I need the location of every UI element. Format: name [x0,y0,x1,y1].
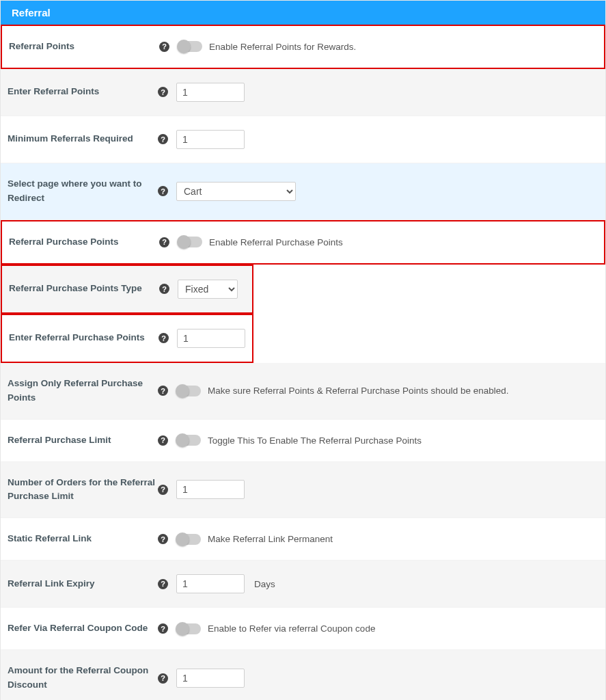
desc-ref-purchase-limit: Toggle This To Enable The Referral Purch… [208,435,422,446]
help-icon[interactable]: ? [158,186,168,196]
help-icon[interactable]: ? [158,435,168,446]
desc-refer-via-coupon: Enable to Refer via referral Coupon code [208,623,375,634]
label-referral-points: Referral Points [9,40,74,54]
row-ref-purchase-limit: Referral Purchase Limit ? Toggle This To… [1,420,605,462]
help-icon[interactable]: ? [158,534,168,544]
label-enter-referral-points: Enter Referral Points [8,85,99,99]
label-redirect-page: Select page where you want to Redirect [8,177,158,206]
label-ref-purchase-type: Referral Purchase Points Type [9,282,142,296]
row-referral-points: Referral Points ? Enable Referral Points… [1,25,605,69]
toggle-static-link[interactable] [176,534,201,545]
label-link-expiry: Referral Link Expiry [8,577,95,591]
row-static-link: Static Referral Link ? Make Referral Lin… [1,518,605,561]
label-static-link: Static Referral Link [8,532,92,546]
desc-referral-points: Enable Referral Points for Rewards. [209,42,356,52]
toggle-ref-purchase-points[interactable] [178,237,202,247]
row-enter-ref-purchase: Enter Referral Purchase Points ? [1,314,253,363]
row-refer-via-coupon: Refer Via Referral Coupon Code ? Enable … [1,608,605,650]
toggle-ref-purchase-limit[interactable] [176,435,201,446]
desc-assign-only: Make sure Referral Points & Referral Pur… [208,386,508,396]
help-icon[interactable]: ? [158,623,168,634]
help-icon[interactable]: ? [158,673,168,684]
select-redirect-page[interactable]: Cart [176,182,296,201]
label-enter-ref-purchase: Enter Referral Purchase Points [9,331,145,345]
help-icon[interactable]: ? [159,42,169,52]
row-redirect-page: Select page where you want to Redirect ?… [1,163,605,220]
row-enter-referral-points: Enter Referral Points ? [1,69,605,116]
label-ref-purchase-points: Referral Purchase Points [9,235,119,250]
input-enter-referral-points[interactable] [176,83,245,102]
toggle-refer-via-coupon[interactable] [176,623,201,634]
row-link-expiry: Referral Link Expiry ? Days [1,561,605,608]
help-icon[interactable]: ? [158,87,168,97]
label-coupon-amount: Amount for the Referral Coupon Discount [8,664,158,692]
row-coupon-amount: Amount for the Referral Coupon Discount … [1,650,605,700]
input-coupon-amount[interactable] [176,669,245,688]
desc-ref-purchase-points: Enable Referral Purchase Points [209,237,343,247]
panel-title: Referral [12,7,51,18]
row-orders-for-limit: Number of Orders for the Referral Purcha… [1,462,605,519]
unit-link-expiry: Days [254,579,275,589]
help-icon[interactable]: ? [159,333,169,343]
panel-header: Referral [1,1,605,25]
row-ref-purchase-points: Referral Purchase Points ? Enable Referr… [1,220,605,265]
label-refer-via-coupon: Refer Via Referral Coupon Code [8,621,148,636]
input-link-expiry[interactable] [176,574,245,593]
row-ref-purchase-type: Referral Purchase Points Type ? Fixed [1,265,253,314]
label-orders-for-limit: Number of Orders for the Referral Purcha… [8,476,158,504]
select-ref-purchase-type[interactable]: Fixed [178,280,238,299]
help-icon[interactable]: ? [158,386,168,396]
desc-static-link: Make Referral Link Permanent [208,534,333,544]
row-assign-only: Assign Only Referral Purchase Points ? M… [1,363,605,420]
help-icon[interactable]: ? [159,284,169,294]
label-assign-only: Assign Only Referral Purchase Points [8,377,158,405]
help-icon[interactable]: ? [158,579,168,589]
label-ref-purchase-limit: Referral Purchase Limit [8,433,111,448]
help-icon[interactable]: ? [158,485,168,495]
referral-settings-panel: Referral Referral Points ? Enable Referr… [0,0,606,700]
toggle-referral-points[interactable] [178,41,202,52]
input-orders-for-limit[interactable] [176,480,245,499]
input-enter-ref-purchase[interactable] [177,329,245,348]
help-icon[interactable]: ? [159,237,169,247]
help-icon[interactable]: ? [158,134,168,144]
label-min-referrals: Minimum Referrals Required [8,132,133,146]
toggle-assign-only[interactable] [176,386,201,396]
row-min-referrals: Minimum Referrals Required ? [1,116,605,163]
input-min-referrals[interactable] [176,130,245,149]
